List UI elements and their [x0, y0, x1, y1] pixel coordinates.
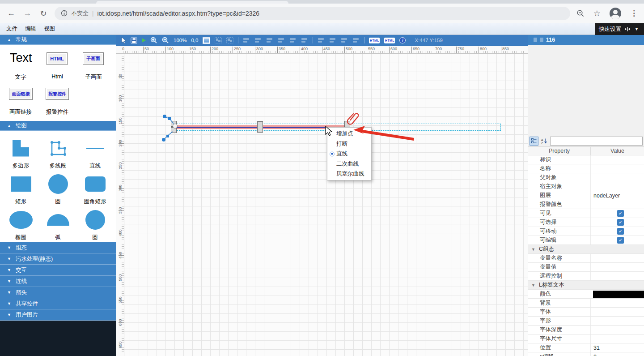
context-menu-item[interactable]: 直线: [327, 149, 371, 159]
zoom-out-icon[interactable]: [162, 37, 169, 44]
property-row[interactable]: 图层nodeLayer: [528, 191, 644, 200]
html-widget-icon[interactable]: HTML: [369, 38, 380, 43]
section-header[interactable]: ▼连线: [0, 276, 116, 287]
browser-menu-icon[interactable]: ⋮: [630, 9, 638, 18]
checkbox-checked[interactable]: ✓: [617, 237, 624, 244]
tool-screen-link[interactable]: 画面链接: [9, 88, 33, 100]
distribute-horizontal-icon[interactable]: [318, 37, 325, 43]
categorized-view-button[interactable]: [530, 137, 538, 146]
control-point-handles[interactable]: [161, 112, 182, 146]
ungroup-icon[interactable]: [226, 37, 233, 43]
chevron-down-icon[interactable]: ▼: [635, 27, 639, 31]
tool-text[interactable]: Text: [10, 51, 32, 65]
ruler-label: 100: [165, 47, 174, 53]
url-text[interactable]: iot.idosp.net/html/scada/editor.aspx.htm…: [97, 10, 259, 17]
property-row[interactable]: 字体: [528, 308, 644, 317]
property-filter-input[interactable]: [550, 137, 643, 146]
property-row[interactable]: 标识: [528, 155, 644, 164]
distribute-vertical-icon[interactable]: [329, 37, 336, 43]
context-menu-item[interactable]: 二次曲线: [327, 159, 371, 169]
select-cursor-icon[interactable]: [121, 37, 126, 44]
tool-subscreen[interactable]: 子画面: [83, 52, 104, 65]
property-row[interactable]: 字体深度: [528, 326, 644, 335]
property-row[interactable]: 报警颜色: [528, 200, 644, 209]
align-middle-icon[interactable]: [289, 37, 297, 43]
checkbox-checked[interactable]: ✓: [617, 210, 624, 217]
property-category-row[interactable]: ▼C组态: [528, 245, 644, 254]
background-image-icon[interactable]: [203, 37, 210, 44]
align-left-icon[interactable]: [243, 37, 250, 43]
menu-item[interactable]: 文件: [6, 25, 17, 33]
run-preview-icon[interactable]: [142, 38, 146, 43]
property-row[interactable]: 可移动✓: [528, 227, 644, 236]
property-row[interactable]: 字体尺寸: [528, 335, 644, 343]
property-row[interactable]: 宿主对象: [528, 182, 644, 191]
zoom-level[interactable]: 100%: [174, 38, 186, 43]
checkbox-checked[interactable]: ✓: [617, 219, 624, 226]
align-bottom-icon[interactable]: [301, 37, 308, 43]
tool-html[interactable]: HTML: [47, 52, 68, 65]
save-icon[interactable]: [131, 37, 137, 44]
section-header-draw[interactable]: ▲ 绘图: [0, 121, 116, 131]
property-row[interactable]: 字形: [528, 317, 644, 326]
property-row[interactable]: 名称: [528, 164, 644, 173]
section-header[interactable]: ▼共享控件: [0, 298, 116, 309]
color-swatch[interactable]: [593, 291, 644, 298]
tool-line[interactable]: 直线: [76, 133, 114, 169]
tool-arc[interactable]: 弧: [39, 205, 76, 241]
menu-item[interactable]: 编辑: [25, 25, 36, 33]
checkbox-checked[interactable]: ✓: [617, 228, 624, 235]
tool-circle-2[interactable]: 圆: [76, 205, 114, 241]
design-canvas[interactable]: 增加点打断直线二次曲线贝塞尔曲线: [124, 54, 528, 356]
html-widget-icon-2[interactable]: HTML: [384, 38, 395, 43]
property-row[interactable]: 背景: [528, 299, 644, 308]
tool-rectangle[interactable]: 矩形: [2, 169, 39, 205]
menu-item[interactable]: 视图: [44, 25, 55, 33]
tool-circle[interactable]: 圆: [39, 169, 76, 205]
tool-rounded-rectangle[interactable]: 圆角矩形: [76, 169, 114, 205]
browser-address-bar[interactable]: 不安全 | iot.idosp.net/html/scada/editor.as…: [55, 7, 570, 20]
property-row[interactable]: 可见✓: [528, 209, 644, 218]
tool-polygon[interactable]: 多边形: [2, 133, 39, 169]
property-row[interactable]: 父对象: [528, 173, 644, 182]
browser-back-icon[interactable]: ←: [6, 9, 16, 18]
property-row[interactable]: 颜色: [528, 290, 644, 299]
page-info-icon[interactable]: [61, 10, 68, 17]
info-icon[interactable]: i: [399, 37, 406, 43]
tool-polyline[interactable]: 多线段: [39, 133, 76, 169]
property-row[interactable]: 变量名称: [528, 254, 644, 263]
same-height-icon[interactable]: [352, 37, 360, 43]
group-icon[interactable]: [215, 37, 222, 43]
alphabetical-sort-button[interactable]: A Z: [540, 137, 549, 146]
section-header[interactable]: ▼用户图片: [0, 309, 116, 321]
align-center-icon[interactable]: [254, 37, 262, 43]
zoom-out-icon[interactable]: [576, 9, 585, 17]
same-width-icon[interactable]: [341, 37, 348, 43]
resize-handle[interactable]: [257, 121, 263, 133]
property-row[interactable]: 可编辑✓: [528, 236, 644, 245]
context-menu-item[interactable]: 贝塞尔曲线: [327, 169, 371, 179]
tool-ellipse[interactable]: 椭圆: [2, 205, 39, 241]
quick-settings-button[interactable]: 快速设置 ▼: [595, 23, 644, 35]
property-row[interactable]: x偏移0: [528, 352, 644, 356]
property-category-row[interactable]: ▼L标签文本: [528, 281, 644, 290]
section-header[interactable]: ▼污水处理(静态): [0, 253, 116, 265]
browser-reload-icon[interactable]: ↻: [38, 9, 48, 18]
property-row[interactable]: 位置31: [528, 343, 644, 352]
section-header[interactable]: ▼箭头: [0, 287, 116, 298]
property-row[interactable]: 可选择✓: [528, 218, 644, 227]
tool-alarm-control[interactable]: 报警控件: [46, 88, 69, 100]
property-row[interactable]: 变量值: [528, 263, 644, 272]
align-right-icon[interactable]: [266, 37, 273, 43]
browser-forward-icon[interactable]: →: [22, 9, 32, 18]
bookmark-star-icon[interactable]: ☆: [593, 9, 601, 18]
profile-avatar[interactable]: [610, 8, 621, 19]
collapse-caret-icon: ▼: [7, 257, 11, 261]
origin-coords[interactable]: 0,0: [191, 38, 198, 43]
section-header[interactable]: ▼组态: [0, 242, 116, 253]
zoom-in-icon[interactable]: [150, 37, 157, 44]
property-row[interactable]: 远程控制: [528, 272, 644, 281]
section-header-general[interactable]: ▲ 常规: [0, 35, 116, 45]
section-header[interactable]: ▼交互: [0, 265, 116, 276]
align-top-icon[interactable]: [278, 37, 285, 43]
